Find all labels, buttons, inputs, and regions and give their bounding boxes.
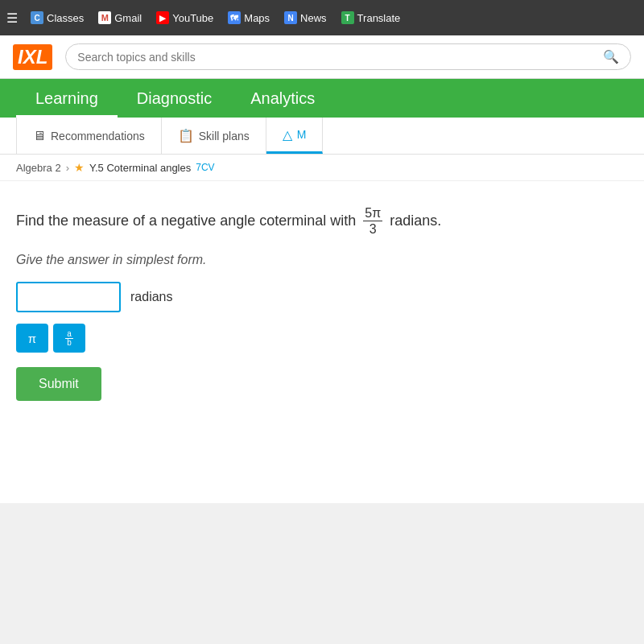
fraction-numerator: 5π bbox=[363, 205, 382, 221]
sub-nav-recommendations[interactable]: 🖥 Recommendations bbox=[16, 118, 162, 154]
ixl-header: IXL 🔍 bbox=[0, 35, 644, 79]
browser-toolbar: ☰ C Classes M Gmail ▶ YouTube 🗺 Maps N N… bbox=[0, 0, 644, 35]
question-text: Find the measure of a negative angle cot… bbox=[16, 205, 628, 237]
submit-button[interactable]: Submit bbox=[16, 367, 101, 401]
breadcrumb-current: Y.5 Coterminal angles bbox=[89, 162, 191, 174]
news-label: News bbox=[300, 12, 327, 24]
breadcrumb-parent[interactable]: Algebra 2 bbox=[16, 162, 61, 174]
classes-icon: C bbox=[31, 11, 43, 24]
tab-news[interactable]: N News bbox=[279, 8, 332, 27]
answer-input[interactable] bbox=[16, 282, 121, 312]
news-icon: N bbox=[284, 11, 297, 24]
fraction-btn-icon: a b bbox=[65, 330, 73, 347]
search-bar[interactable]: 🔍 bbox=[65, 43, 631, 70]
classes-label: Classes bbox=[47, 12, 84, 24]
question-text-before: Find the measure of a negative angle cot… bbox=[16, 210, 356, 232]
search-input[interactable] bbox=[77, 51, 597, 64]
pi-button[interactable]: π bbox=[16, 324, 48, 353]
skill-plans-label: Skill plans bbox=[199, 130, 250, 142]
gmail-icon: M bbox=[98, 11, 111, 24]
breadcrumb-code: 7CV bbox=[196, 162, 214, 173]
fraction-button[interactable]: a b bbox=[53, 324, 85, 353]
fraction-denominator: 3 bbox=[368, 221, 378, 237]
breadcrumb-star: ★ bbox=[74, 161, 85, 174]
maps-label: Maps bbox=[244, 12, 270, 24]
third-nav-label: M bbox=[297, 128, 307, 141]
breadcrumb-separator: › bbox=[66, 162, 69, 174]
sub-nav-skill-plans[interactable]: 📋 Skill plans bbox=[162, 118, 266, 154]
ixl-logo-text: IXL bbox=[13, 44, 52, 70]
translate-label: Translate bbox=[357, 12, 401, 24]
sub-nav-third[interactable]: △ M bbox=[266, 118, 324, 154]
gmail-label: Gmail bbox=[114, 12, 142, 24]
sub-nav: 🖥 Recommendations 📋 Skill plans △ M bbox=[0, 118, 644, 155]
breadcrumb: Algebra 2 › ★ Y.5 Coterminal angles 7CV bbox=[0, 155, 644, 181]
tab-classes[interactable]: C Classes bbox=[26, 8, 89, 27]
green-nav: Learning Diagnostic Analytics bbox=[0, 79, 644, 118]
skill-plans-icon: 📋 bbox=[178, 128, 194, 143]
maps-icon: 🗺 bbox=[228, 11, 241, 24]
tab-youtube[interactable]: ▶ YouTube bbox=[151, 8, 218, 27]
tab-gmail[interactable]: M Gmail bbox=[93, 8, 147, 27]
third-nav-icon: △ bbox=[283, 127, 292, 142]
question-text-after: radians. bbox=[390, 210, 441, 232]
youtube-label: YouTube bbox=[172, 12, 213, 24]
nav-diagnostic[interactable]: Diagnostic bbox=[118, 79, 231, 118]
translate-icon: T bbox=[341, 11, 354, 24]
radians-label: radians bbox=[130, 290, 172, 304]
ixl-logo[interactable]: IXL bbox=[13, 44, 52, 70]
input-buttons: π a b bbox=[16, 324, 628, 353]
nav-analytics[interactable]: Analytics bbox=[231, 79, 334, 118]
answer-instruction: Give the answer in simplest form. bbox=[16, 253, 628, 267]
hamburger-icon[interactable]: ☰ bbox=[6, 10, 18, 26]
main-content: Find the measure of a negative angle cot… bbox=[0, 181, 644, 503]
tab-maps[interactable]: 🗺 Maps bbox=[223, 8, 275, 27]
answer-row: radians bbox=[16, 282, 628, 312]
search-icon[interactable]: 🔍 bbox=[603, 49, 619, 64]
recommendations-label: Recommendations bbox=[51, 130, 145, 142]
nav-learning[interactable]: Learning bbox=[16, 79, 118, 118]
youtube-icon: ▶ bbox=[156, 11, 169, 24]
tab-translate[interactable]: T Translate bbox=[336, 8, 406, 27]
recommendations-icon: 🖥 bbox=[33, 129, 46, 143]
fraction: 5π 3 bbox=[363, 205, 382, 237]
